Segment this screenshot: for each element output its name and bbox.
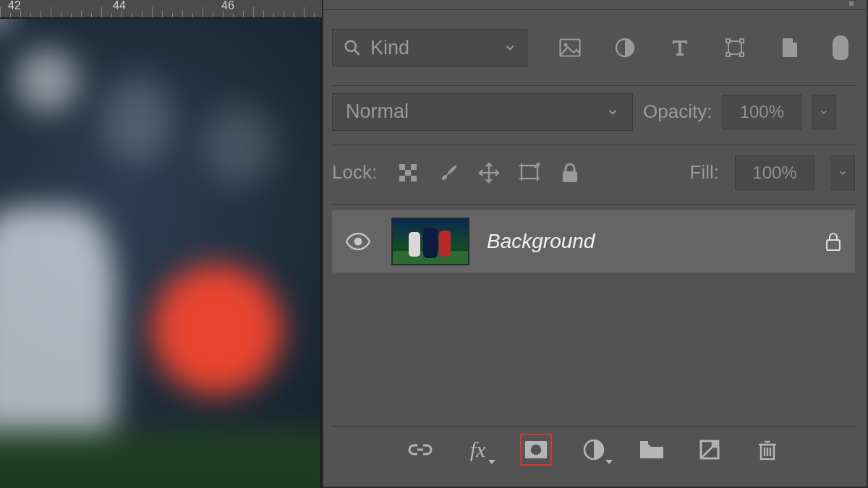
new-group-button[interactable] [636,434,668,466]
svg-rect-12 [405,170,411,176]
layers-list: Background [332,204,855,406]
chevron-down-icon [606,106,619,119]
svg-rect-6 [726,39,730,43]
layers-bottom-toolbar: fx [332,426,855,472]
horizontal-ruler: 42 44 46 48 [0,0,362,19]
lock-all-icon[interactable] [558,160,582,185]
filter-toggle-switch[interactable] [833,35,848,60]
lock-row: Lock: Fill: 100% [332,145,855,189]
lock-pixels-icon[interactable] [396,160,420,185]
fill-chevron[interactable] [830,155,855,190]
lock-position-icon[interactable] [477,160,501,185]
lock-artboard-icon[interactable] [517,160,542,185]
ruler-label: 44 [113,0,126,12]
filter-kind-label: Kind [370,37,409,59]
lock-brush-icon[interactable] [436,160,461,185]
blend-mode-dropdown[interactable]: Normal [332,93,633,131]
svg-line-1 [354,50,359,55]
canvas-area: 42 44 46 48 [0,0,322,488]
svg-point-26 [530,444,540,454]
layers-panel: Kind Normal [322,0,868,488]
blend-opacity-row: Normal Opacity: 100% [332,85,855,129]
layer-filter-bar: Kind [332,26,855,69]
link-layers-button[interactable] [404,434,436,466]
svg-rect-22 [563,171,577,182]
new-layer-button[interactable] [694,434,726,466]
adjustment-filter-icon[interactable] [613,35,637,60]
layer-fx-button[interactable]: fx [462,434,494,466]
visibility-toggle-icon[interactable] [345,232,374,251]
svg-point-23 [354,238,362,246]
chevron-down-icon [503,41,516,54]
canvas-viewport[interactable] [0,19,322,488]
filter-kind-dropdown[interactable]: Kind [332,29,527,67]
svg-rect-14 [411,176,417,181]
opacity-chevron[interactable] [812,95,836,129]
delete-layer-button[interactable] [752,434,783,466]
panel-top-frame [323,0,867,10]
layer-thumbnail[interactable] [391,218,469,265]
lock-label: Lock: [332,161,377,184]
svg-rect-2 [561,40,580,56]
smartobject-filter-icon[interactable] [778,35,802,60]
search-icon [343,38,362,57]
adjustment-layer-button[interactable] [578,434,610,466]
svg-rect-9 [740,53,744,56]
layer-locked-icon[interactable] [825,231,842,252]
svg-rect-24 [827,240,840,250]
image-filter-icon[interactable] [558,35,582,60]
type-filter-icon[interactable] [668,35,692,60]
shape-filter-icon[interactable] [723,35,747,60]
ruler-label: 42 [8,0,21,12]
layer-name-label[interactable]: Background [487,230,595,253]
svg-rect-8 [726,53,730,56]
fill-label: Fill: [690,161,719,184]
svg-rect-7 [740,39,744,43]
svg-rect-13 [399,176,405,181]
svg-rect-11 [411,164,417,170]
add-mask-button[interactable] [520,434,552,466]
opacity-label: Opacity: [643,100,712,123]
svg-rect-10 [399,164,405,170]
fill-input[interactable]: 100% [735,155,814,190]
svg-point-0 [346,41,356,51]
layer-row[interactable]: Background [332,210,855,273]
opacity-input[interactable]: 100% [722,95,801,129]
svg-point-3 [563,43,567,46]
svg-rect-28 [640,441,648,445]
blend-mode-value: Normal [346,100,409,123]
